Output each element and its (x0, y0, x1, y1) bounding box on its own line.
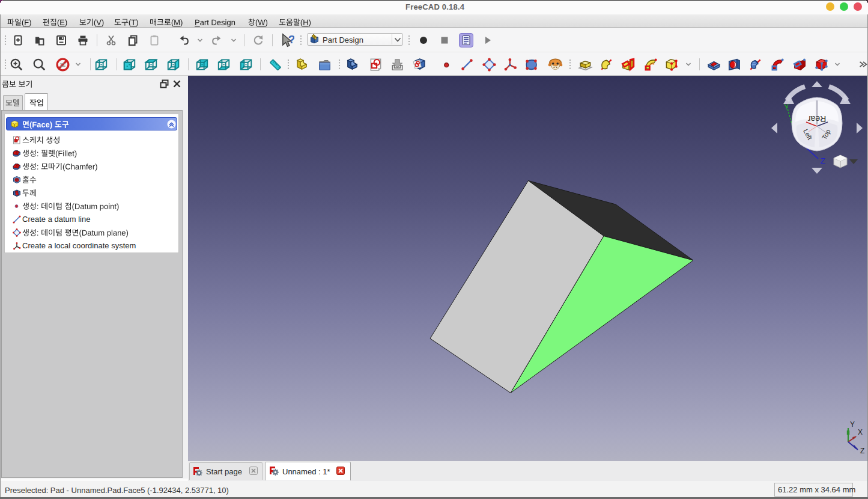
svg-text:Y: Y (850, 421, 855, 429)
svg-text:Z: Z (821, 156, 825, 165)
svg-text:?: ? (288, 33, 294, 46)
svg-text:X: X (858, 428, 863, 436)
svg-text:Z: Z (860, 447, 864, 455)
svg-text:Rear: Rear (807, 114, 826, 124)
svg-text:Y: Y (784, 103, 789, 111)
